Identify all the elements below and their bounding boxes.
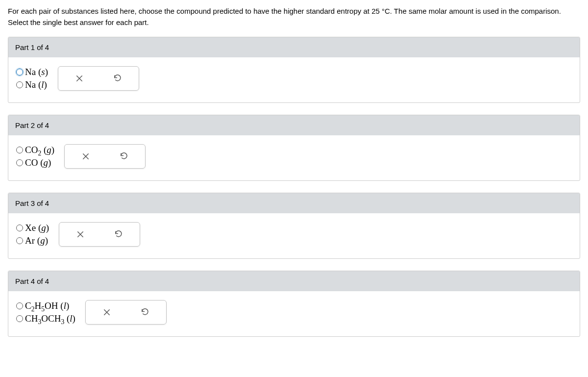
part-header: Part 3 of 4: [8, 193, 580, 213]
option-row[interactable]: Xe (g): [16, 223, 49, 233]
part-block: Part 4 of 4C2H5OH (l)CH3OCH3 (l): [8, 271, 580, 337]
reset-button[interactable]: [107, 148, 141, 165]
option-label: Ar (g): [25, 235, 48, 246]
part-block: Part 2 of 4CO2 (g)CO (g): [8, 115, 580, 181]
option-label: Na (s): [25, 67, 48, 77]
part-body: Na (s)Na (l): [8, 57, 580, 102]
option-label: Na (l): [25, 79, 47, 90]
radio-button[interactable]: [16, 302, 23, 309]
option-label: CO (g): [25, 157, 51, 168]
option-group: C2H5OH (l)CH3OCH3 (l): [16, 301, 75, 324]
part-header: Part 2 of 4: [8, 115, 580, 135]
option-row[interactable]: CO2 (g): [16, 145, 54, 155]
reset-button[interactable]: [128, 303, 162, 321]
radio-button[interactable]: [16, 237, 23, 244]
clear-button[interactable]: [69, 148, 103, 165]
option-group: Xe (g)Ar (g): [16, 223, 49, 246]
action-group: [58, 66, 139, 91]
option-group: Na (s)Na (l): [16, 67, 48, 90]
part-header: Part 1 of 4: [8, 37, 580, 57]
option-row[interactable]: CH3OCH3 (l): [16, 313, 75, 324]
reset-button[interactable]: [100, 70, 135, 87]
part-header: Part 4 of 4: [8, 271, 580, 291]
radio-button[interactable]: [16, 81, 23, 88]
radio-button[interactable]: [16, 315, 23, 322]
clear-button[interactable]: [62, 70, 97, 87]
option-label: CO2 (g): [25, 145, 54, 155]
option-row[interactable]: Na (s): [16, 67, 48, 77]
clear-button[interactable]: [63, 226, 98, 243]
option-row[interactable]: Na (l): [16, 79, 48, 90]
option-row[interactable]: CO (g): [16, 157, 54, 168]
part-block: Part 1 of 4Na (s)Na (l): [8, 37, 580, 103]
option-label: Xe (g): [25, 223, 49, 233]
action-group: [64, 144, 146, 169]
clear-button[interactable]: [90, 303, 124, 321]
question-text: For each pair of substances listed here,…: [8, 6, 580, 28]
option-row[interactable]: Ar (g): [16, 235, 49, 246]
option-row[interactable]: C2H5OH (l): [16, 301, 75, 311]
radio-button[interactable]: [16, 69, 23, 75]
reset-button[interactable]: [101, 226, 136, 243]
option-group: CO2 (g)CO (g): [16, 145, 54, 168]
option-label: C2H5OH (l): [25, 301, 69, 311]
radio-button[interactable]: [16, 147, 23, 153]
radio-button[interactable]: [16, 225, 23, 231]
radio-button[interactable]: [16, 159, 23, 166]
action-group: [59, 222, 140, 247]
part-body: C2H5OH (l)CH3OCH3 (l): [8, 291, 580, 336]
part-body: CO2 (g)CO (g): [8, 135, 580, 180]
option-label: CH3OCH3 (l): [25, 313, 75, 324]
part-block: Part 3 of 4Xe (g)Ar (g): [8, 193, 580, 259]
action-group: [85, 300, 167, 325]
part-body: Xe (g)Ar (g): [8, 213, 580, 258]
